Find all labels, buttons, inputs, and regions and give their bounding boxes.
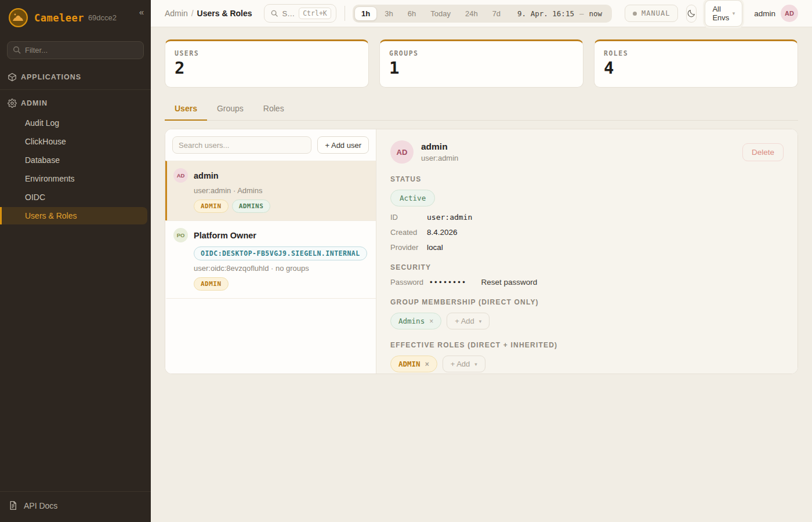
tab-groups[interactable]: Groups [207,99,253,121]
status-badge: Active [390,190,435,206]
theme-toggle-button[interactable] [686,5,697,23]
stat-card-roles: ROLES 4 [594,39,798,88]
info-row-id: ID user:admin [390,213,784,222]
stat-card-users: USERS 2 [165,39,369,88]
search-shortcut-kbd: Ctrl+K [299,8,331,19]
password-masked-value: •••••••• [430,278,467,287]
chevron-down-icon: ▾ [474,361,477,367]
user-list-item-platform-owner[interactable]: PO Platform Owner OIDC:DESKTOP-FB5VGJ9.S… [165,220,376,299]
detail-user-id: user:admin [421,154,458,162]
time-range-1h[interactable]: 1h [354,6,377,21]
stat-cards: USERS 2 GROUPS 1 ROLES 4 [165,39,798,88]
breadcrumb-current: Users & Roles [197,9,252,18]
user-badges: ADMIN ADMINS [194,200,368,213]
search-icon [270,9,278,17]
role-chip-admin[interactable]: ADMIN × [390,356,437,372]
gear-icon [8,99,17,108]
avatar: PO [173,228,188,242]
sidebar-collapse-icon[interactable]: « [139,7,144,17]
role-badge: ADMIN [194,277,229,291]
sidebar-item-database[interactable]: Database [0,151,151,169]
sidebar: Cameleer 69dcce2 « APPLICATIONS ADMIN Au… [0,0,151,522]
avatar: AD [390,140,414,164]
user-search-input[interactable] [172,136,311,154]
info-row-provider: Provider local [390,243,784,252]
breadcrumb: Admin / Users & Roles [165,9,252,18]
moon-icon [687,9,696,18]
effective-roles-chips: ADMIN × + Add ▾ [390,356,784,372]
user-detail-header: AD admin user:admin Delete [390,140,784,164]
user-detail: AD admin user:admin Delete STATUS Active… [376,129,798,374]
groups-count: 1 [389,60,574,77]
stat-card-groups: GROUPS 1 [379,39,583,88]
sidebar-divider [0,89,151,90]
time-range-display[interactable]: 9. Apr. 16:15 — now [508,7,610,20]
user-subtitle: user:admin · Admins [194,186,368,195]
app-logo-row: Cameleer 69dcce2 « [0,0,151,35]
app-name: Cameleer [34,12,84,24]
status-dot-icon [633,12,637,16]
time-range-today[interactable]: Today [423,6,458,21]
detail-user-name: admin [421,142,458,152]
group-chip-admins[interactable]: Admins × [390,313,441,329]
users-count: 2 [175,60,359,77]
main-area: Admin / Users & Roles S… Ctrl+K 1h 3h 6h… [151,0,812,522]
environment-select[interactable]: All Envs ▾ [705,0,742,27]
time-range-3h[interactable]: 3h [378,6,400,21]
document-icon [8,501,18,510]
sidebar-filter-input[interactable] [7,41,144,59]
breadcrumb-admin[interactable]: Admin [165,9,188,18]
time-range-7d[interactable]: 7d [485,6,507,21]
user-list-item-admin[interactable]: AD admin user:admin · Admins ADMIN ADMIN… [165,161,376,220]
user-subtitle: user:oidc:8evzqofluhld · no groups [194,264,368,273]
section-group-membership: GROUP MEMBERSHIP (DIRECT ONLY) [390,298,784,306]
user-list: + Add user AD admin user:admin · Admins … [165,129,376,374]
add-group-button[interactable]: + Add ▾ [447,313,490,329]
sidebar-filter [7,41,144,59]
chevron-down-icon: ▾ [733,10,735,16]
password-row: Password •••••••• Reset password [390,278,784,287]
refresh-mode-button[interactable]: MANUAL [625,5,678,22]
sidebar-admin-items: Audit Log ClickHouse Database Environmen… [0,113,151,224]
time-range-24h[interactable]: 24h [458,6,485,21]
info-row-created: Created 8.4.2026 [390,228,784,237]
avatar[interactable]: AD [781,5,798,22]
add-role-button[interactable]: + Add ▾ [443,356,485,372]
chevron-down-icon: ▾ [479,318,482,324]
sidebar-footer-api-docs[interactable]: API Docs [0,491,151,522]
sidebar-item-environments[interactable]: Environments [0,170,151,187]
add-user-button[interactable]: + Add user [317,136,369,154]
page-content: USERS 2 GROUPS 1 ROLES 4 Users Groups Ro… [151,27,812,522]
tab-bar: Users Groups Roles [165,99,798,121]
app-build-id: 69dcce2 [88,13,117,22]
tab-users[interactable]: Users [165,99,207,121]
sidebar-item-audit-log[interactable]: Audit Log [0,114,151,132]
tab-roles[interactable]: Roles [253,99,294,121]
remove-icon[interactable]: × [429,317,433,325]
sidebar-item-clickhouse[interactable]: ClickHouse [0,133,151,150]
search-icon [12,45,21,55]
section-status: STATUS [390,175,784,183]
sidebar-item-oidc[interactable]: OIDC [0,188,151,206]
time-range-bar: 1h 3h 6h Today 24h 7d 9. Apr. 16:15 — no… [353,5,612,23]
sidebar-section-applications: APPLICATIONS [0,67,151,87]
roles-count: 4 [604,60,788,77]
section-security: SECURITY [390,263,784,271]
delete-user-button[interactable]: Delete [742,143,784,161]
oidc-provider-badge: OIDC:DESKTOP-FB5VGJ9.SIEGELN.INTERNAL [194,246,367,260]
sidebar-item-users-roles[interactable]: Users & Roles [0,207,147,224]
time-from: 9. Apr. 16:15 [517,9,574,18]
camel-logo-icon [8,8,28,28]
top-bar: Admin / Users & Roles S… Ctrl+K 1h 3h 6h… [151,0,812,27]
time-range-6h[interactable]: 6h [401,6,423,21]
reset-password-link[interactable]: Reset password [481,278,537,287]
current-user[interactable]: admin AD [754,5,798,22]
remove-icon[interactable]: × [425,360,429,368]
group-membership-chips: Admins × + Add ▾ [390,313,784,329]
group-badge: ADMINS [232,200,271,213]
section-effective-roles: EFFECTIVE ROLES (DIRECT + INHERITED) [390,341,784,349]
global-search-button[interactable]: S… Ctrl+K [264,4,336,23]
avatar: AD [173,168,188,183]
time-to: now [589,9,602,18]
sidebar-section-admin: ADMIN [0,93,151,113]
